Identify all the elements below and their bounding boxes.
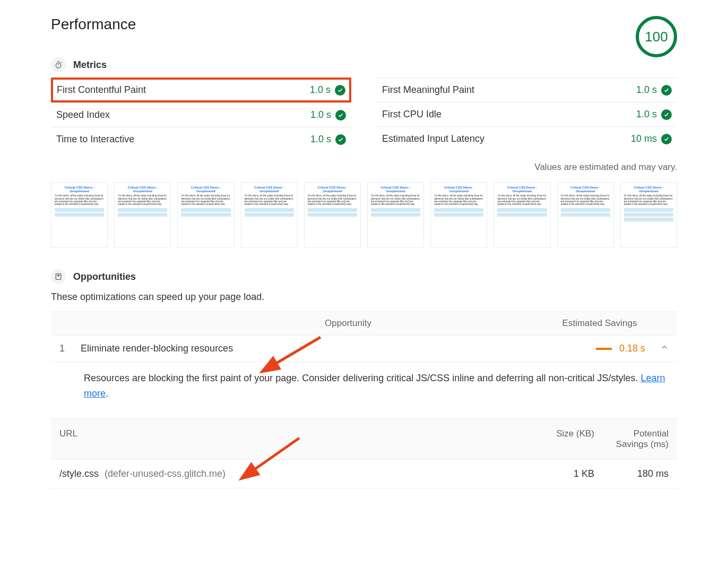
metric-name: Speed Index xyxy=(56,109,110,121)
metric-value: 1.0 s xyxy=(310,109,331,121)
check-icon xyxy=(661,85,672,96)
opportunity-detail: Resources are blocking the first paint o… xyxy=(51,362,677,410)
check-icon xyxy=(661,109,672,120)
opportunities-table-header: Opportunity Estimated Savings xyxy=(51,311,677,336)
savings-bar xyxy=(506,348,612,350)
filmstrip-frame: Critical CSS Demo -UnoptimizedOn this de… xyxy=(367,182,424,248)
filmstrip: Critical CSS Demo -UnoptimizedOn this de… xyxy=(51,182,677,248)
page-title: Performance xyxy=(51,16,136,33)
resource-row: /style.css (defer-unused-css.glitch.me) … xyxy=(51,460,677,488)
stopwatch-icon xyxy=(51,57,66,72)
metric-name: Time to Interactive xyxy=(56,134,134,145)
savings-value: 0.18 s xyxy=(619,343,645,354)
filmstrip-frame: Critical CSS Demo -UnoptimizedOn this de… xyxy=(493,182,550,248)
check-icon xyxy=(335,134,346,145)
metric-value: 10 ms xyxy=(631,133,657,144)
chevron-up-icon[interactable] xyxy=(660,343,669,354)
metric-value: 1.0 s xyxy=(636,109,657,120)
resource-potential: 180 ms xyxy=(594,468,669,479)
opportunities-header: Opportunities xyxy=(51,269,677,284)
filmstrip-frame: Critical CSS Demo -UnoptimizedOn this de… xyxy=(557,182,614,248)
check-icon xyxy=(335,85,345,96)
metric-name: Estimated Input Latency xyxy=(382,133,484,144)
check-icon xyxy=(661,134,672,144)
metric-row[interactable]: Time to Interactive1.0 s xyxy=(51,127,351,151)
resource-host: (defer-unused-css.glitch.me) xyxy=(105,468,226,479)
resources-table-header: URL Size (KB) Potential Savings (ms) xyxy=(51,418,677,460)
opportunities-icon xyxy=(51,269,66,284)
filmstrip-frame: Critical CSS Demo -UnoptimizedOn this de… xyxy=(430,182,487,248)
metric-name: First CPU Idle xyxy=(382,109,441,120)
opportunity-name: Eliminate render-blocking resources xyxy=(81,343,506,354)
check-icon xyxy=(335,110,346,121)
resource-size: 1 KB xyxy=(531,468,594,479)
performance-score: 100 xyxy=(636,16,677,57)
metrics-header: Metrics xyxy=(51,57,677,72)
filmstrip-frame: Critical CSS Demo -UnoptimizedOn this de… xyxy=(114,182,171,248)
filmstrip-frame: Critical CSS Demo -UnoptimizedOn this de… xyxy=(241,182,298,248)
metric-row[interactable]: First Contentful Paint1.0 s xyxy=(51,78,351,102)
metric-row[interactable]: First Meaningful Paint1.0 s xyxy=(377,78,677,102)
metric-name: First Contentful Paint xyxy=(57,84,146,96)
filmstrip-frame: Critical CSS Demo -UnoptimizedOn this de… xyxy=(177,182,234,248)
opportunities-description: These optimizations can speed up your pa… xyxy=(51,292,677,303)
metric-value: 1.0 s xyxy=(636,84,657,96)
metric-name: First Meaningful Paint xyxy=(382,84,474,96)
metric-value: 1.0 s xyxy=(310,84,331,96)
filmstrip-frame: Critical CSS Demo -UnoptimizedOn this de… xyxy=(304,182,361,248)
metric-row[interactable]: First CPU Idle1.0 s xyxy=(377,102,677,126)
opportunity-row[interactable]: 1 Eliminate render-blocking resources 0.… xyxy=(51,336,677,362)
metric-row[interactable]: Estimated Input Latency10 ms xyxy=(377,126,677,151)
metric-row[interactable]: Speed Index1.0 s xyxy=(51,102,351,127)
filmstrip-frame: Critical CSS Demo -UnoptimizedOn this de… xyxy=(620,182,677,248)
metrics-footnote: Values are estimated and may vary. xyxy=(51,162,677,173)
resource-path: /style.css xyxy=(59,468,99,479)
metric-value: 1.0 s xyxy=(310,134,331,145)
filmstrip-frame: Critical CSS Demo -UnoptimizedOn this de… xyxy=(51,182,108,248)
